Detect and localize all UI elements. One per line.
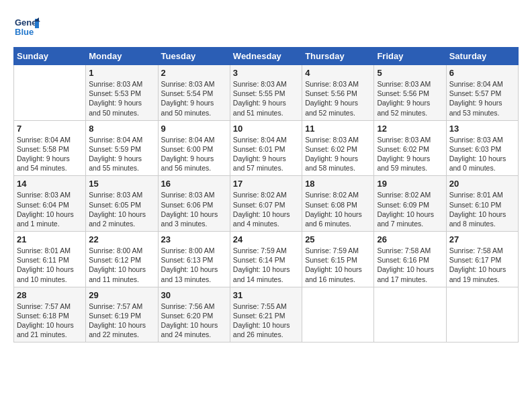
day-cell (14, 65, 86, 121)
day-cell: 2Sunrise: 8:03 AM Sunset: 5:54 PM Daylig… (158, 65, 230, 121)
day-number: 3 (233, 68, 299, 78)
day-number: 19 (377, 179, 443, 189)
day-number: 26 (377, 234, 443, 244)
day-info: Sunrise: 8:04 AM Sunset: 5:59 PM Dayligh… (89, 135, 154, 173)
day-number: 7 (17, 124, 83, 134)
day-cell: 11Sunrise: 8:03 AM Sunset: 6:02 PM Dayli… (302, 120, 374, 176)
page-header: General Blue (13, 13, 519, 40)
day-cell: 12Sunrise: 8:03 AM Sunset: 6:02 PM Dayli… (374, 120, 446, 176)
day-cell: 23Sunrise: 8:00 AM Sunset: 6:13 PM Dayli… (158, 232, 230, 287)
day-info: Sunrise: 8:03 AM Sunset: 6:02 PM Dayligh… (305, 135, 371, 173)
day-info: Sunrise: 7:57 AM Sunset: 6:18 PM Dayligh… (17, 302, 83, 340)
day-number: 25 (305, 234, 371, 244)
week-row-2: 7Sunrise: 8:04 AM Sunset: 5:58 PM Daylig… (14, 120, 519, 176)
day-cell: 6Sunrise: 8:04 AM Sunset: 5:57 PM Daylig… (446, 65, 518, 121)
day-info: Sunrise: 7:57 AM Sunset: 6:19 PM Dayligh… (89, 302, 154, 340)
day-info: Sunrise: 7:56 AM Sunset: 6:20 PM Dayligh… (161, 302, 227, 340)
day-cell: 21Sunrise: 8:01 AM Sunset: 6:11 PM Dayli… (14, 232, 86, 287)
day-cell (374, 287, 446, 342)
day-info: Sunrise: 8:04 AM Sunset: 6:00 PM Dayligh… (161, 135, 227, 173)
day-cell: 18Sunrise: 8:02 AM Sunset: 6:08 PM Dayli… (302, 176, 374, 232)
col-header-saturday: Saturday (446, 48, 518, 65)
day-cell: 24Sunrise: 7:59 AM Sunset: 6:14 PM Dayli… (230, 232, 302, 287)
day-number: 30 (161, 290, 227, 300)
day-info: Sunrise: 8:00 AM Sunset: 6:12 PM Dayligh… (89, 246, 154, 284)
day-number: 21 (17, 234, 83, 244)
calendar-table: SundayMondayTuesdayWednesdayThursdayFrid… (13, 47, 519, 342)
day-number: 13 (449, 124, 515, 134)
day-cell: 4Sunrise: 8:03 AM Sunset: 5:56 PM Daylig… (302, 65, 374, 121)
day-info: Sunrise: 8:03 AM Sunset: 5:56 PM Dayligh… (377, 79, 443, 118)
week-row-4: 21Sunrise: 8:01 AM Sunset: 6:11 PM Dayli… (14, 232, 519, 287)
day-info: Sunrise: 8:04 AM Sunset: 5:57 PM Dayligh… (449, 79, 515, 118)
col-header-sunday: Sunday (14, 48, 86, 65)
logo: General Blue (13, 13, 43, 40)
day-number: 1 (89, 68, 154, 78)
day-cell: 19Sunrise: 8:02 AM Sunset: 6:09 PM Dayli… (374, 176, 446, 232)
day-info: Sunrise: 8:03 AM Sunset: 6:06 PM Dayligh… (161, 190, 227, 228)
day-cell: 10Sunrise: 8:04 AM Sunset: 6:01 PM Dayli… (230, 120, 302, 176)
day-number: 11 (305, 124, 371, 134)
day-number: 29 (89, 290, 154, 300)
day-cell: 30Sunrise: 7:56 AM Sunset: 6:20 PM Dayli… (158, 287, 230, 342)
svg-text:Blue: Blue (15, 27, 34, 37)
day-number: 16 (161, 179, 227, 189)
col-header-monday: Monday (86, 48, 158, 65)
day-number: 18 (305, 179, 371, 189)
day-info: Sunrise: 7:59 AM Sunset: 6:14 PM Dayligh… (233, 246, 299, 284)
day-number: 15 (89, 179, 154, 189)
day-cell: 31Sunrise: 7:55 AM Sunset: 6:21 PM Dayli… (230, 287, 302, 342)
day-info: Sunrise: 7:58 AM Sunset: 6:16 PM Dayligh… (377, 246, 443, 284)
day-number: 14 (17, 179, 83, 189)
calendar-body: 1Sunrise: 8:03 AM Sunset: 5:53 PM Daylig… (14, 65, 519, 342)
day-info: Sunrise: 8:02 AM Sunset: 6:09 PM Dayligh… (377, 190, 443, 228)
day-number: 4 (305, 68, 371, 78)
day-cell: 9Sunrise: 8:04 AM Sunset: 6:00 PM Daylig… (158, 120, 230, 176)
col-header-tuesday: Tuesday (158, 48, 230, 65)
day-info: Sunrise: 8:03 AM Sunset: 5:54 PM Dayligh… (161, 79, 227, 118)
day-number: 20 (449, 179, 515, 189)
day-cell: 28Sunrise: 7:57 AM Sunset: 6:18 PM Dayli… (14, 287, 86, 342)
day-cell: 8Sunrise: 8:04 AM Sunset: 5:59 PM Daylig… (86, 120, 158, 176)
logo-icon: General Blue (13, 13, 40, 40)
day-info: Sunrise: 8:04 AM Sunset: 6:01 PM Dayligh… (233, 135, 299, 173)
day-cell: 7Sunrise: 8:04 AM Sunset: 5:58 PM Daylig… (14, 120, 86, 176)
day-number: 27 (449, 234, 515, 244)
day-number: 9 (161, 124, 227, 134)
day-number: 12 (377, 124, 443, 134)
col-header-friday: Friday (374, 48, 446, 65)
day-info: Sunrise: 8:03 AM Sunset: 6:02 PM Dayligh… (377, 135, 443, 173)
day-info: Sunrise: 7:58 AM Sunset: 6:17 PM Dayligh… (449, 246, 515, 284)
day-number: 24 (233, 234, 299, 244)
day-cell: 3Sunrise: 8:03 AM Sunset: 5:55 PM Daylig… (230, 65, 302, 121)
day-cell: 27Sunrise: 7:58 AM Sunset: 6:17 PM Dayli… (446, 232, 518, 287)
day-cell: 15Sunrise: 8:03 AM Sunset: 6:05 PM Dayli… (86, 176, 158, 232)
day-cell (446, 287, 518, 342)
day-info: Sunrise: 8:03 AM Sunset: 5:56 PM Dayligh… (305, 79, 371, 118)
col-header-thursday: Thursday (302, 48, 374, 65)
day-number: 28 (17, 290, 83, 300)
week-row-3: 14Sunrise: 8:03 AM Sunset: 6:04 PM Dayli… (14, 176, 519, 232)
day-number: 10 (233, 124, 299, 134)
day-info: Sunrise: 7:55 AM Sunset: 6:21 PM Dayligh… (233, 302, 299, 340)
day-number: 23 (161, 234, 227, 244)
day-number: 5 (377, 68, 443, 78)
day-info: Sunrise: 8:01 AM Sunset: 6:11 PM Dayligh… (17, 246, 83, 284)
day-number: 31 (233, 290, 299, 300)
day-info: Sunrise: 8:02 AM Sunset: 6:08 PM Dayligh… (305, 190, 371, 228)
day-number: 2 (161, 68, 227, 78)
day-info: Sunrise: 8:03 AM Sunset: 6:03 PM Dayligh… (449, 135, 515, 173)
day-info: Sunrise: 8:00 AM Sunset: 6:13 PM Dayligh… (161, 246, 227, 284)
week-row-1: 1Sunrise: 8:03 AM Sunset: 5:53 PM Daylig… (14, 65, 519, 121)
day-cell: 25Sunrise: 7:59 AM Sunset: 6:15 PM Dayli… (302, 232, 374, 287)
week-row-5: 28Sunrise: 7:57 AM Sunset: 6:18 PM Dayli… (14, 287, 519, 342)
day-cell: 20Sunrise: 8:01 AM Sunset: 6:10 PM Dayli… (446, 176, 518, 232)
day-cell: 13Sunrise: 8:03 AM Sunset: 6:03 PM Dayli… (446, 120, 518, 176)
day-number: 8 (89, 124, 154, 134)
column-header-row: SundayMondayTuesdayWednesdayThursdayFrid… (14, 48, 519, 65)
day-cell: 1Sunrise: 8:03 AM Sunset: 5:53 PM Daylig… (86, 65, 158, 121)
day-cell: 29Sunrise: 7:57 AM Sunset: 6:19 PM Dayli… (86, 287, 158, 342)
day-info: Sunrise: 7:59 AM Sunset: 6:15 PM Dayligh… (305, 246, 371, 284)
day-info: Sunrise: 8:03 AM Sunset: 5:55 PM Dayligh… (233, 79, 299, 118)
day-cell: 26Sunrise: 7:58 AM Sunset: 6:16 PM Dayli… (374, 232, 446, 287)
